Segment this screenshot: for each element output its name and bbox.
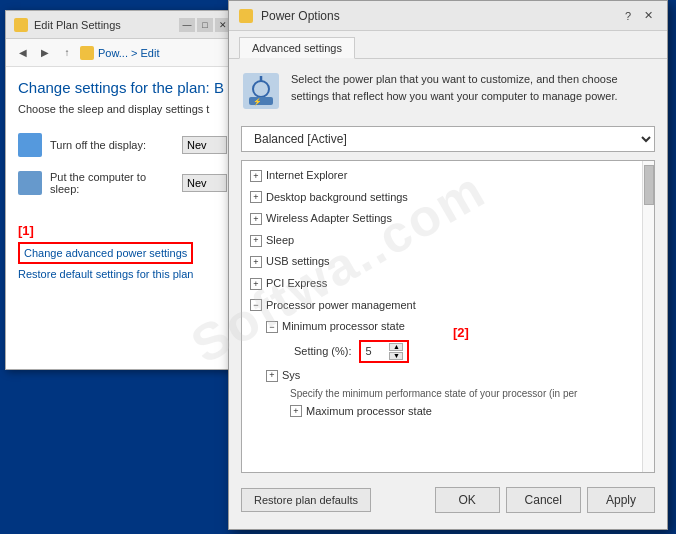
spinner-down-button[interactable]: ▼ xyxy=(389,352,403,360)
tree-item-processor[interactable]: − Processor power management xyxy=(246,295,638,317)
tree-item-sys[interactable]: + Sys xyxy=(262,365,638,387)
processor-expand[interactable]: − xyxy=(250,299,262,311)
settings-tree-container: + Internet Explorer + Desktop background… xyxy=(241,160,655,473)
dialog-tab-bar: Advanced settings xyxy=(229,31,667,59)
help-button[interactable]: ? xyxy=(619,7,637,25)
plan-dropdown[interactable]: Balanced [Active] xyxy=(241,126,655,152)
edit-plan-icon xyxy=(14,18,28,32)
up-button[interactable]: ↑ xyxy=(58,44,76,62)
maxstate-expand[interactable]: + xyxy=(290,405,302,417)
setting-input-label: Setting (%): xyxy=(294,345,351,357)
minstate-expand[interactable]: − xyxy=(266,321,278,333)
dialog-info-row: ⚡ Select the power plan that you want to… xyxy=(241,71,655,114)
edit-plan-window: Edit Plan Settings — □ ✕ ◀ ▶ ↑ Pow... > … xyxy=(5,10,240,370)
label2-marker: [2] xyxy=(453,325,469,340)
dialog-titlebar: Power Options ? ✕ xyxy=(229,1,667,31)
tree-item-wireless[interactable]: + Wireless Adapter Settings xyxy=(246,208,638,230)
minstate-label: Minimum processor state xyxy=(282,318,405,336)
wireless-expand[interactable]: + xyxy=(250,213,262,225)
change-advanced-link[interactable]: Change advanced power settings xyxy=(24,247,187,259)
specify-text: Specify the minimum performance state of… xyxy=(290,388,638,399)
sys-label: Sys xyxy=(282,367,300,385)
apply-button[interactable]: Apply xyxy=(587,487,655,513)
restore-default-link[interactable]: Restore default settings for this plan xyxy=(18,268,227,280)
dialog-title: Power Options xyxy=(261,9,611,23)
spinner-value: 5 xyxy=(365,345,385,357)
dialog-close-button[interactable]: ✕ xyxy=(639,7,657,25)
link-section: [1] Change advanced power settings Resto… xyxy=(18,215,227,280)
maximize-button[interactable]: □ xyxy=(197,18,213,32)
tree-item-usb[interactable]: + USB settings xyxy=(246,251,638,273)
restore-plan-button[interactable]: Restore plan defaults xyxy=(241,488,371,512)
tree-item-sleep[interactable]: + Sleep xyxy=(246,230,638,252)
spinner-up-button[interactable]: ▲ xyxy=(389,343,403,351)
ie-label: Internet Explorer xyxy=(266,167,347,185)
edit-plan-title: Edit Plan Settings xyxy=(34,19,173,31)
wireless-label: Wireless Adapter Settings xyxy=(266,210,392,228)
edit-plan-content: Change settings for the plan: B Choose t… xyxy=(6,67,239,369)
dialog-footer: Restore plan defaults OK Cancel Apply xyxy=(241,479,655,517)
usb-expand[interactable]: + xyxy=(250,256,262,268)
svg-text:⚡: ⚡ xyxy=(253,97,262,106)
pci-expand[interactable]: + xyxy=(250,278,262,290)
label1: [1] xyxy=(18,223,227,238)
sleep-expand[interactable]: + xyxy=(250,235,262,247)
tree-item-desktop[interactable]: + Desktop background settings xyxy=(246,187,638,209)
edit-plan-toolbar: ◀ ▶ ↑ Pow... > Edit xyxy=(6,39,239,67)
sleep-icon xyxy=(18,171,42,195)
forward-button[interactable]: ▶ xyxy=(36,44,54,62)
minimize-button[interactable]: — xyxy=(179,18,195,32)
edit-plan-titlebar: Edit Plan Settings — □ ✕ xyxy=(6,11,239,39)
scrollbar[interactable] xyxy=(642,161,654,472)
dialog-win-controls: ? ✕ xyxy=(619,7,657,25)
sleep-tree-label: Sleep xyxy=(266,232,294,250)
breadcrumb: Pow... > Edit xyxy=(98,47,159,59)
processor-label: Processor power management xyxy=(266,297,416,315)
dialog-power-icon xyxy=(239,9,253,23)
power-options-icon: ⚡ xyxy=(241,71,281,111)
cancel-button[interactable]: Cancel xyxy=(506,487,581,513)
display-dropdown[interactable]: Nev xyxy=(182,136,227,154)
back-button[interactable]: ◀ xyxy=(14,44,32,62)
ok-button[interactable]: OK xyxy=(435,487,500,513)
pci-label: PCI Express xyxy=(266,275,327,293)
desktop-label: Desktop background settings xyxy=(266,189,408,207)
maxstate-label: Maximum processor state xyxy=(306,405,432,417)
sleep-dropdown[interactable]: Nev xyxy=(182,174,227,192)
display-setting-row: Turn off the display: Nev xyxy=(18,133,227,157)
plan-dropdown-row: Balanced [Active] xyxy=(241,126,655,152)
plan-subtext: Choose the sleep and display settings t xyxy=(18,102,227,117)
dialog-icon-area: ⚡ xyxy=(241,71,281,114)
tree-item-maxstate[interactable]: + Maximum processor state xyxy=(286,403,638,419)
sleep-setting-row: Put the computer to sleep: Nev xyxy=(18,171,227,195)
ie-expand[interactable]: + xyxy=(250,170,262,182)
plan-heading: Change settings for the plan: B xyxy=(18,79,227,96)
scrollbar-thumb[interactable] xyxy=(644,165,654,205)
setting-input-row: Setting (%): 5 ▲ ▼ xyxy=(290,338,638,365)
tree-item-pci[interactable]: + PCI Express xyxy=(246,273,638,295)
dialog-info-text: Select the power plan that you want to c… xyxy=(291,71,655,114)
dialog-body: ⚡ Select the power plan that you want to… xyxy=(229,59,667,529)
sys-expand[interactable]: + xyxy=(266,370,278,382)
toolbar-icon xyxy=(80,46,94,60)
edit-plan-win-controls: — □ ✕ xyxy=(179,18,231,32)
monitor-icon xyxy=(18,133,42,157)
display-label: Turn off the display: xyxy=(50,139,174,151)
usb-label: USB settings xyxy=(266,253,330,271)
settings-tree: + Internet Explorer + Desktop background… xyxy=(242,161,642,472)
advanced-settings-tab[interactable]: Advanced settings xyxy=(239,37,355,59)
change-advanced-link-container[interactable]: Change advanced power settings xyxy=(18,242,193,264)
tree-item-minstate[interactable]: − Minimum processor state xyxy=(262,316,638,338)
power-options-dialog: Power Options ? ✕ Advanced settings ⚡ Se… xyxy=(228,0,668,530)
tree-item-ie[interactable]: + Internet Explorer xyxy=(246,165,638,187)
sleep-label: Put the computer to sleep: xyxy=(50,171,174,195)
desktop-expand[interactable]: + xyxy=(250,191,262,203)
setting-spinner: 5 ▲ ▼ xyxy=(359,340,409,363)
dialog-action-buttons: OK Cancel Apply xyxy=(435,487,655,513)
spinner-controls: ▲ ▼ xyxy=(389,343,403,360)
